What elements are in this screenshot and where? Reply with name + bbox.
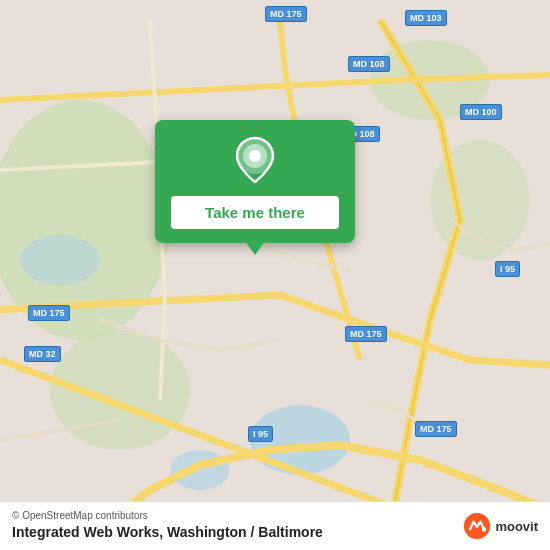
road-sign-md175-left: MD 175 [28,305,70,321]
road-sign-md103: MD 103 [405,10,447,26]
road-sign-i95-bot: I 95 [248,426,273,442]
road-sign-md175-right: MD 175 [415,421,457,437]
moovit-text: moovit [495,519,538,534]
popup-card: Take me there [155,120,355,243]
take-me-there-button[interactable]: Take me there [171,196,339,229]
moovit-logo: moovit [463,512,538,540]
road-sign-i95-right: I 95 [495,261,520,277]
road-sign-md108-1: MD 108 [348,56,390,72]
moovit-icon [463,512,491,540]
road-sign-md175-top: MD 175 [265,6,307,22]
map-pin-icon [235,136,275,188]
road-sign-md32: MD 32 [24,346,61,362]
road-sign-md175-mid: MD 175 [345,326,387,342]
svg-point-10 [249,150,261,162]
bottom-bar: © OpenStreetMap contributors Integrated … [0,501,550,550]
map-background [0,0,550,550]
svg-point-6 [170,450,230,490]
location-title: Integrated Web Works, Washington / Balti… [12,524,323,540]
svg-point-7 [20,235,100,285]
road-sign-md100: MD 100 [460,104,502,120]
svg-point-12 [482,527,486,531]
map-container: MD 175 MD 103 MD 108 MD 108 D 108 MD 100… [0,0,550,550]
attribution-text: © OpenStreetMap contributors [12,510,538,521]
